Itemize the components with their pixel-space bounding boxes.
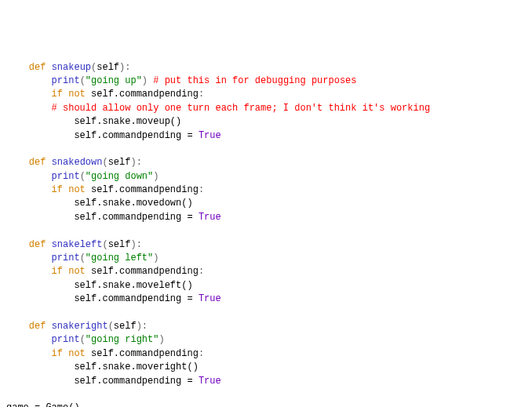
function-name: snakeright (52, 321, 108, 332)
blank-line (6, 225, 12, 236)
line: def snakeup(self): (6, 62, 130, 73)
string-literal: "going left" (86, 253, 153, 263)
keyword-def: def (29, 239, 46, 250)
line: self.snake.moveup() (6, 116, 181, 127)
print-call: print (52, 253, 80, 263)
bool-literal: True (199, 293, 221, 304)
print-call: print (52, 171, 80, 182)
keyword-if: if (52, 89, 63, 100)
keyword-def: def (29, 157, 46, 168)
keyword-def: def (29, 62, 46, 73)
line: def snakeleft(self): (6, 239, 142, 250)
keyword-not: not (68, 348, 86, 359)
line: def snakedown(self): (6, 157, 142, 168)
line: print("going down") (6, 171, 159, 182)
line: if not self.commandpending: (6, 348, 204, 359)
line: # should allow only one turn each frame;… (6, 103, 430, 114)
blank-line (6, 389, 12, 400)
comment: # should allow only one turn each frame;… (52, 103, 430, 114)
bool-literal: True (199, 130, 221, 141)
line: self.snake.movedown() (6, 198, 193, 209)
line: print("going left") (6, 253, 159, 263)
line: self.commandpending = True (6, 376, 221, 387)
line: self.snake.moveright() (6, 362, 199, 372)
string-literal: "going right" (86, 334, 159, 345)
bool-literal: True (199, 376, 221, 387)
keyword-if: if (52, 266, 63, 277)
line: self.commandpending = True (6, 212, 221, 223)
print-call: print (52, 334, 80, 345)
line: if not self.commandpending: (6, 266, 204, 277)
keyword-if: if (52, 348, 63, 359)
print-call: print (52, 75, 80, 86)
line: self.snake.moveleft() (6, 280, 193, 291)
line: if not self.commandpending: (6, 89, 204, 100)
code-block: def snakeup(self): print("going up") # p… (6, 61, 526, 407)
keyword-not: not (68, 266, 86, 277)
keyword-def: def (29, 321, 46, 332)
keyword-not: not (68, 184, 86, 195)
function-name: snakeup (52, 62, 91, 73)
line: print("going up") # put this in for debu… (6, 75, 357, 86)
bool-literal: True (199, 212, 221, 223)
function-name: snakedown (52, 157, 103, 168)
blank-line (6, 144, 12, 154)
line: print("going right") (6, 334, 165, 345)
string-literal: "going up" (86, 75, 142, 86)
blank-line (6, 307, 12, 318)
line: self.commandpending = True (6, 130, 221, 141)
comment: # put this in for debugging purposes (153, 75, 356, 86)
line: if not self.commandpending: (6, 184, 204, 195)
line: def snakeright(self): (6, 321, 148, 332)
function-name: snakeleft (52, 239, 103, 250)
keyword-not: not (68, 89, 86, 100)
keyword-if: if (52, 184, 63, 195)
string-literal: "going down" (86, 171, 153, 182)
line: self.commandpending = True (6, 293, 221, 304)
line: game = Game() (6, 402, 80, 407)
